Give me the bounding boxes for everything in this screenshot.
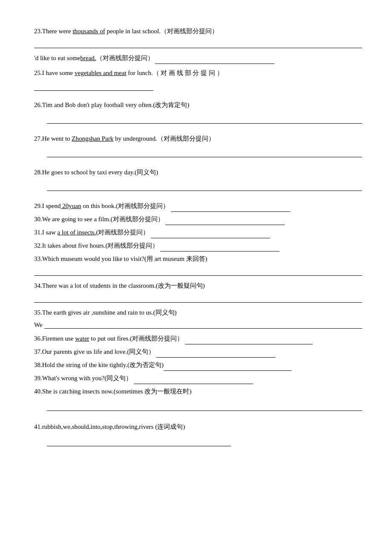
- q31-before: I saw: [42, 229, 58, 236]
- q31-underlined: a lot of insects.: [58, 229, 96, 236]
- q26-text: Tim and Bob don't play football very oft…: [42, 101, 189, 108]
- q30-text: We are going to see a film.(对画线部分提问）: [42, 216, 164, 223]
- question-23-text: 23.There were thousands of people in las…: [34, 26, 362, 37]
- q27-number: 27.: [34, 135, 42, 142]
- question-33: 33.Which museum would you like to visit?…: [34, 253, 362, 276]
- question-32: 32.It takes about five hours.(对画线部分提问）: [34, 240, 362, 251]
- q23-number: 23.: [34, 28, 42, 35]
- question-29: 29.I spend 20yuan on this book.(对画线部分提问）: [34, 200, 362, 212]
- question-30-text: 30.We are going to see a film.(对画线部分提问）: [34, 214, 362, 225]
- question-40-text: 40.She is catching insects now.(sometime…: [34, 386, 362, 397]
- q29-answer-line: [171, 204, 290, 212]
- question-40: 40.She is catching insects now.(sometime…: [34, 386, 362, 417]
- q37-text: Our parents give us life and love.(同义句）: [42, 348, 155, 355]
- q23-underlined: thousands of: [72, 28, 105, 35]
- q28-number: 28.: [34, 169, 42, 176]
- q28-text: He goes to school by taxi every day.(同义句…: [42, 169, 158, 176]
- q38-number: 38.: [34, 361, 42, 368]
- q37-answer-line: [156, 350, 276, 358]
- q23-before: There were: [42, 28, 73, 35]
- q34-answer-line: [34, 293, 362, 303]
- question-31: 31.I saw a lot of insects.(对画线部分提问）: [34, 227, 362, 238]
- question-26-text: 26.Tim and Bob don't play football very …: [34, 99, 362, 111]
- q31-answer-line: [151, 231, 270, 238]
- q31-number: 31.: [34, 229, 42, 236]
- q24-answer-line: [155, 56, 274, 64]
- question-23: 23.There were thousands of people in las…: [34, 26, 362, 48]
- question-39: 39.What's wrong with you?(同义句）: [34, 373, 362, 384]
- question-36-text: 36.Firemen use water to put out fires.(对…: [34, 333, 362, 344]
- q26-number: 26.: [34, 101, 42, 108]
- q36-number: 36.: [34, 335, 42, 342]
- question-28: 28.He goes to school by taxi every day.(…: [34, 167, 362, 196]
- q40-answer-line: [47, 402, 362, 411]
- question-34: 34.There was a lot of students in the cl…: [34, 280, 362, 303]
- q35-we-line: We: [34, 320, 362, 329]
- q38-answer-line: [164, 363, 291, 371]
- q29-after: on this book.(对画线部分提问）: [81, 202, 169, 209]
- q24-before: 'd like to eat somebread.（对画线部分提问）: [34, 55, 154, 61]
- q35-number: 35.: [34, 309, 42, 316]
- question-33-text: 33.Which museum would you like to visit?…: [34, 253, 362, 265]
- q35-text: The earth gives air ,sunshine and rain t…: [42, 309, 177, 316]
- q39-number: 39.: [34, 375, 42, 382]
- q32-answer-line: [160, 244, 280, 251]
- q35-we-answer: [44, 320, 362, 329]
- q40-number: 40.: [34, 388, 42, 395]
- q33-text: Which museum would you like to visit?(用 …: [42, 255, 208, 262]
- question-41: 41.rubbish,we,should,into,stop,throwing,…: [34, 421, 362, 452]
- question-24-text: 'd like to eat somebread.（对画线部分提问）: [34, 52, 362, 64]
- q29-before: I spend: [42, 202, 61, 209]
- q40-text: She is catching insects now.(sometimes 改…: [42, 388, 192, 395]
- q26-answer-line: [47, 114, 362, 124]
- question-27: 27.He went to Zhongshan Park by undergro…: [34, 133, 362, 162]
- q27-after: by underground.（对画线部分提问）: [113, 135, 215, 142]
- q31-after: (对画线部分提问）: [96, 229, 149, 236]
- q35-we-label: We: [34, 321, 43, 329]
- q23-answer-line: [34, 39, 362, 48]
- q34-text: There was a lot of students in the class…: [42, 282, 205, 289]
- q33-answer-line: [34, 266, 362, 276]
- question-37: 37.Our parents give us life and love.(同义…: [34, 346, 362, 358]
- q23-after: people in last school.（对画线部分提问）: [105, 28, 218, 35]
- q39-answer-line: [134, 376, 253, 384]
- q33-number: 33.: [34, 255, 42, 262]
- q27-underlined: Zhongshan Park: [72, 135, 113, 142]
- q29-underlined: 20yuan: [61, 202, 81, 209]
- q32-text: It takes about five hours.(对画线部分提问）: [42, 242, 159, 249]
- q36-answer-line: [185, 337, 313, 344]
- question-25-text: 25.I have some vegetables and meat for l…: [34, 67, 362, 79]
- question-32-text: 32.It takes about five hours.(对画线部分提问）: [34, 240, 362, 251]
- q38-text: Hold the string of the kite tightly.(改为否…: [42, 361, 164, 368]
- q27-answer-line: [47, 148, 362, 157]
- question-38-text: 38.Hold the string of the kite tightly.(…: [34, 359, 362, 371]
- q41-text: rubbish,we,should,into,stop,throwing,riv…: [42, 423, 185, 430]
- question-35: 35.The earth gives air ,sunshine and rai…: [34, 307, 362, 329]
- question-25: 25.I have some vegetables and meat for l…: [34, 67, 362, 96]
- q24-underlined: bread.: [81, 55, 96, 61]
- q36-after: to put out fires.(对画线部分提问）: [89, 335, 183, 342]
- question-31-text: 31.I saw a lot of insects.(对画线部分提问）: [34, 227, 362, 238]
- q39-text: What's wrong with you?(同义句）: [42, 375, 132, 382]
- question-29-text: 29.I spend 20yuan on this book.(对画线部分提问）: [34, 200, 362, 212]
- question-26: 26.Tim and Bob don't play football very …: [34, 99, 362, 129]
- q36-underlined: water: [75, 335, 89, 342]
- q36-before: Firemen use: [42, 335, 75, 342]
- q37-number: 37.: [34, 348, 42, 355]
- question-27-text: 27.He went to Zhongshan Park by undergro…: [34, 133, 362, 145]
- question-39-text: 39.What's wrong with you?(同义句）: [34, 373, 362, 384]
- question-37-text: 37.Our parents give us life and love.(同义…: [34, 346, 362, 358]
- q25-before: have some: [44, 69, 75, 76]
- q28-answer-line: [47, 182, 362, 191]
- question-30: 30.We are going to see a film.(对画线部分提问）: [34, 214, 362, 225]
- q32-number: 32.: [34, 242, 42, 249]
- q25-answer-line: [34, 81, 153, 91]
- q41-answer-line: [47, 437, 231, 446]
- question-36: 36.Firemen use water to put out fires.(对…: [34, 333, 362, 344]
- q30-answer-line: [165, 217, 285, 225]
- q41-number: 41.: [34, 423, 42, 430]
- q27-before: He went to: [42, 135, 72, 142]
- q25-after: for lunch.（ 对 画 线 部 分 提 问 ）: [127, 69, 223, 76]
- question-24: 'd like to eat somebread.（对画线部分提问）: [34, 52, 362, 64]
- question-41-text: 41.rubbish,we,should,into,stop,throwing,…: [34, 421, 362, 433]
